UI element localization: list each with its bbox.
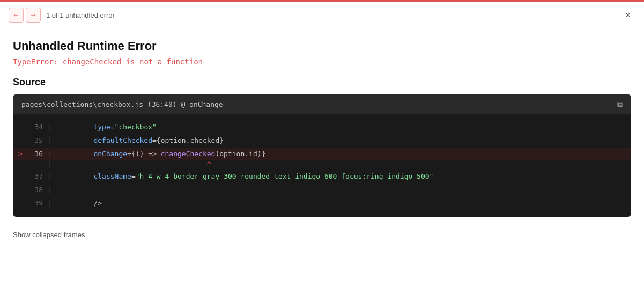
code-container: pages\collections\checkbox.js (36:40) @ …	[13, 94, 631, 217]
caret-pipe-spacer: |	[47, 160, 51, 168]
code-line-34: 34 | type="checkbox"	[13, 121, 631, 134]
code-header: pages\collections\checkbox.js (36:40) @ …	[13, 94, 631, 114]
line-num-36: 36	[26, 149, 47, 160]
line-content-34: type="checkbox"	[60, 122, 157, 133]
source-label: Source	[13, 77, 631, 88]
nav-arrows: ← →	[9, 8, 41, 23]
code-line-39: 39 | />	[13, 197, 631, 210]
next-error-button[interactable]: →	[26, 8, 41, 23]
line-num-34: 34	[26, 122, 47, 133]
open-file-icon[interactable]: ⧉	[617, 100, 623, 109]
error-overlay: ← → 1 of 1 unhandled error × Unhandled R…	[0, 0, 644, 301]
code-line-36: > 36 | onChange={() => changeChecked(opt…	[13, 148, 631, 161]
error-count: 1 of 1 unhandled error	[46, 11, 615, 19]
line-content-36: onChange={() => changeChecked(option.id)…	[60, 149, 266, 160]
code-filename: pages\collections\checkbox.js (36:40) @ …	[21, 100, 223, 108]
line-num-37: 37	[26, 171, 47, 182]
caret-line: | ^	[13, 160, 631, 170]
line-arrow-36: >	[13, 149, 26, 160]
error-message: TypeError: changeChecked is not a functi…	[13, 57, 631, 66]
show-collapsed-frames[interactable]: Show collapsed frames	[0, 225, 644, 247]
caret-content: ^	[60, 160, 211, 168]
header-bar: ← → 1 of 1 unhandled error ×	[0, 2, 644, 28]
code-line-37: 37 | className="h-4 w-4 border-gray-300 …	[13, 170, 631, 183]
line-content-37: className="h-4 w-4 border-gray-300 round…	[60, 171, 434, 182]
line-content-39: />	[60, 198, 102, 209]
line-pipe-37: |	[47, 171, 51, 182]
line-pipe-39: |	[47, 198, 51, 209]
line-num-38: 38	[26, 185, 47, 196]
prev-error-button[interactable]: ←	[9, 8, 24, 23]
line-pipe-38: |	[47, 185, 51, 196]
line-pipe-36: |	[47, 149, 51, 160]
code-line-38: 38 |	[13, 183, 631, 197]
close-button[interactable]: ×	[620, 8, 635, 23]
line-content-35: defaultChecked={option.checked}	[60, 135, 224, 146]
line-pipe-34: |	[47, 122, 51, 133]
error-title: Unhandled Runtime Error	[13, 39, 631, 53]
line-pipe-35: |	[47, 135, 51, 146]
content: Unhandled Runtime Error TypeError: chang…	[0, 28, 644, 225]
line-num-39: 39	[26, 198, 47, 209]
line-num-35: 35	[26, 135, 47, 146]
code-line-35: 35 | defaultChecked={option.checked}	[13, 134, 631, 148]
code-body: 34 | type="checkbox" 35 | defaultChecked…	[13, 114, 631, 217]
